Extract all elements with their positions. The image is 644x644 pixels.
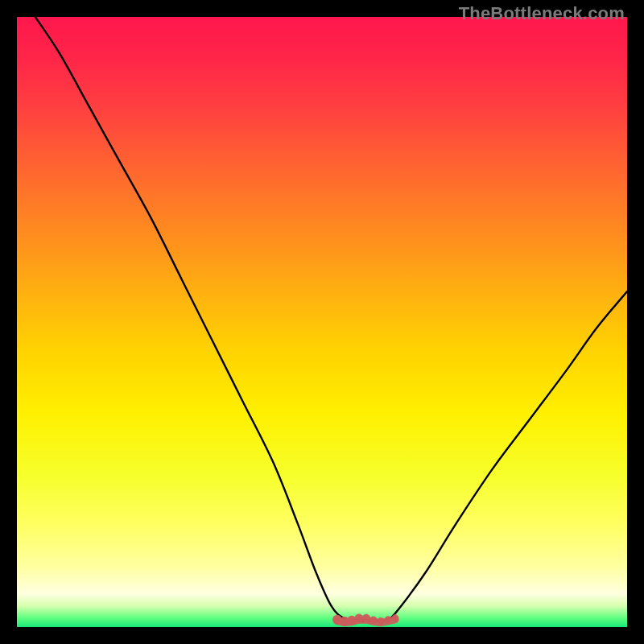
svg-point-6: [377, 617, 384, 625]
bottleneck-chart-svg: [17, 17, 627, 627]
svg-point-7: [384, 616, 391, 623]
svg-point-5: [369, 617, 378, 625]
watermark-text: TheBottleneck.com: [459, 3, 625, 24]
gradient-background: [17, 17, 627, 627]
svg-point-4: [362, 614, 370, 622]
chart-plot-area: [17, 17, 627, 627]
svg-point-8: [392, 614, 399, 621]
